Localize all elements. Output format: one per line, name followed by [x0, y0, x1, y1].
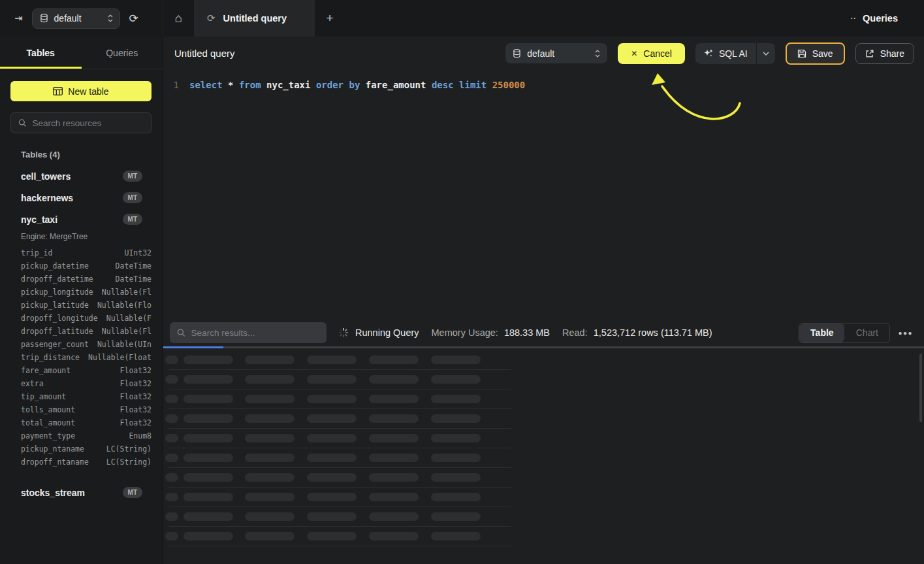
engine-badge: MT: [123, 214, 142, 225]
engine-badge: MT: [123, 487, 142, 498]
memory-usage-label: Memory Usage:: [432, 327, 498, 338]
view-toggle-table[interactable]: Table: [799, 323, 844, 342]
skeleton-row: [163, 488, 924, 507]
results-scrollbar[interactable]: [919, 354, 922, 422]
more-options-button[interactable]: ●●●: [897, 327, 914, 339]
sql-ai-button[interactable]: SQL AI: [695, 43, 775, 64]
sidebar-search[interactable]: [10, 112, 151, 133]
column-type: Enum8: [129, 431, 151, 440]
skeleton-row: [163, 390, 924, 409]
column-row[interactable]: extra Float32: [21, 377, 151, 390]
column-row[interactable]: trip_distance Nullable(Float: [21, 351, 151, 364]
column-name: dropoff_latitude: [21, 327, 93, 336]
table-item-stocks-stream[interactable]: stocks_stream MT: [21, 482, 142, 503]
search-icon: [18, 118, 26, 127]
table-item-cell-towers[interactable]: cell_towers MT: [21, 165, 142, 187]
results-loading-skeleton: [163, 348, 924, 564]
column-row[interactable]: fare_amount Float32: [21, 364, 151, 377]
collapse-sidebar-icon[interactable]: ⇥: [14, 12, 23, 24]
queries-icon: ··: [851, 14, 857, 22]
column-row[interactable]: pickup_longitude Nullable(Fl: [21, 286, 151, 299]
column-row[interactable]: pickup_datetime DateTime: [21, 259, 151, 273]
column-name: trip_id: [21, 248, 52, 257]
sidebar-database-value: default: [54, 13, 102, 24]
sql-ai-label: SQL AI: [719, 48, 748, 59]
column-row[interactable]: dropoff_datetime DateTime: [21, 273, 151, 286]
save-button[interactable]: Save: [786, 42, 845, 65]
results-search[interactable]: [170, 322, 327, 343]
table-item-hackernews[interactable]: hackernews MT: [21, 187, 142, 208]
tables-section-label: Tables (4): [21, 150, 163, 159]
sidebar-search-input[interactable]: [32, 118, 144, 128]
sidebar-tabs: Tables Queries: [0, 37, 163, 69]
memory-usage: Memory Usage: 188.33 MB: [432, 327, 550, 338]
home-button[interactable]: ⌂: [163, 0, 194, 37]
sidebar-database-selector[interactable]: default: [32, 8, 120, 29]
top-bar: ⇥ default ⟳ ⌂ ⟳ Untitled query + ·· Quer…: [0, 0, 924, 37]
sql-ai-main[interactable]: SQL AI: [695, 43, 756, 64]
column-name: pickup_longitude: [21, 288, 93, 297]
sidebar-tab-queries[interactable]: Queries: [82, 37, 163, 69]
tab-label: Untitled query: [223, 13, 287, 24]
skeleton-row: [163, 350, 924, 370]
cancel-button[interactable]: ✕ Cancel: [618, 43, 685, 64]
column-name: tip_amount: [21, 392, 66, 401]
plus-icon: +: [326, 11, 333, 25]
memory-usage-value: 188.33 MB: [504, 327, 550, 338]
new-table-button[interactable]: New table: [10, 81, 151, 101]
share-icon: [865, 49, 874, 58]
sql-editor[interactable]: 1 select * from nyc_taxi order by fare_a…: [163, 70, 924, 319]
column-row[interactable]: passenger_count Nullable(UIn: [21, 338, 151, 351]
chevron-down-icon: [763, 52, 769, 56]
results-search-input[interactable]: [191, 328, 319, 338]
column-name: passenger_count: [21, 340, 89, 349]
tab-untitled-query[interactable]: ⟳ Untitled query: [194, 0, 315, 37]
engine-badge: MT: [123, 192, 142, 203]
skeleton-row: [163, 527, 924, 546]
column-row[interactable]: dropoff_longitude Nullable(F: [21, 312, 151, 325]
column-type: Nullable(Flo: [97, 301, 151, 310]
column-row[interactable]: pickup_ntaname LC(String): [21, 442, 151, 456]
column-row[interactable]: pickup_latitude Nullable(Flo: [21, 299, 151, 312]
sql-ai-dropdown[interactable]: [756, 43, 775, 64]
column-type: Nullable(Fl: [102, 327, 151, 336]
view-toggle-chart[interactable]: Chart: [844, 323, 889, 342]
column-type: Float32: [120, 405, 151, 414]
new-tab-button[interactable]: +: [315, 0, 345, 37]
skeleton-row: [163, 507, 924, 527]
results-toolbar: Running Query Memory Usage: 188.33 MB Re…: [163, 319, 924, 346]
query-database-selector[interactable]: default: [505, 43, 607, 63]
column-name: extra: [21, 379, 44, 388]
column-type: LC(String): [106, 457, 151, 467]
column-type: LC(String): [106, 444, 151, 454]
column-name: payment_type: [21, 431, 75, 440]
query-header: Untitled query default ✕ Cancel: [163, 37, 924, 70]
queries-link[interactable]: ·· Queries: [851, 0, 924, 37]
line-number: 1: [163, 78, 179, 91]
column-row[interactable]: dropoff_ntaname LC(String): [21, 456, 151, 469]
column-row[interactable]: dropoff_latitude Nullable(Fl: [21, 325, 151, 338]
table-item-nyc-taxi[interactable]: nyc_taxi MT: [21, 208, 142, 230]
cancel-label: Cancel: [643, 48, 672, 59]
column-name: fare_amount: [21, 366, 71, 375]
share-button[interactable]: Share: [855, 43, 914, 64]
main-panel: Untitled query default ✕ Cancel: [163, 37, 924, 564]
column-name: trip_distance: [21, 353, 80, 362]
column-row[interactable]: trip_id UInt32: [21, 246, 151, 259]
column-type: Nullable(Float: [88, 353, 151, 362]
column-row[interactable]: payment_type Enum8: [21, 429, 151, 442]
sparkle-icon: [704, 49, 713, 58]
query-status: Running Query: [338, 327, 419, 338]
column-type: Nullable(F: [106, 314, 151, 323]
column-row[interactable]: total_amount Float32: [21, 416, 151, 429]
sidebar-tab-tables[interactable]: Tables: [0, 37, 82, 69]
home-icon: ⌂: [175, 11, 182, 25]
updown-chevrons-icon: [108, 14, 113, 22]
spinner-icon: [338, 327, 349, 338]
column-name: pickup_datetime: [21, 261, 89, 271]
search-icon: [177, 328, 185, 337]
query-status-text: Running Query: [355, 327, 419, 338]
column-row[interactable]: tolls_amount Float32: [21, 403, 151, 416]
column-row[interactable]: tip_amount Float32: [21, 390, 151, 403]
refresh-icon[interactable]: ⟳: [129, 12, 138, 25]
